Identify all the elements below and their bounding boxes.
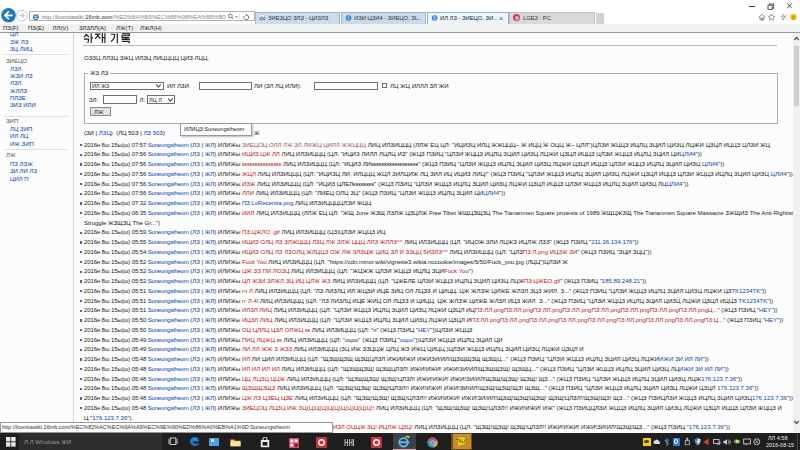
svg-text:TALK: TALK bbox=[456, 439, 467, 444]
